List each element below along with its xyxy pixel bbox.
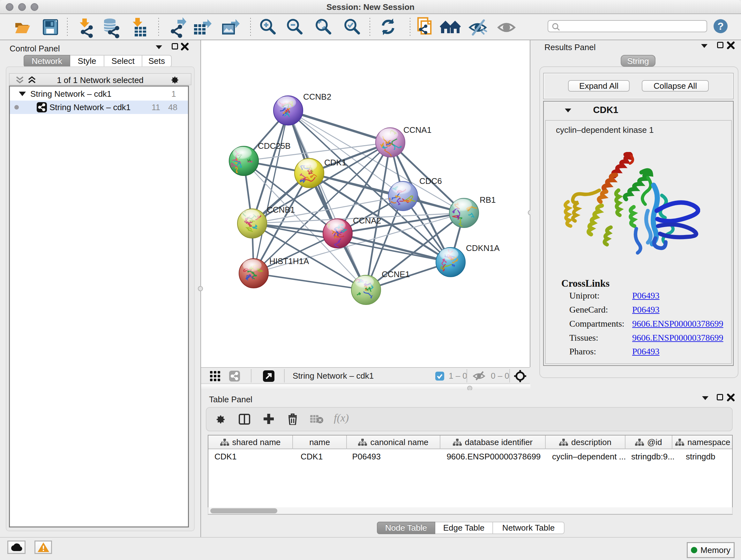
svg-text:CCNA2: CCNA2 — [353, 216, 381, 226]
svg-text:CDC6: CDC6 — [419, 176, 442, 186]
svg-text:CCNB1: CCNB1 — [267, 205, 295, 214]
svg-text:CDKN1A: CDKN1A — [466, 243, 500, 253]
svg-text:?: ? — [718, 20, 724, 32]
svg-text:CCNE1: CCNE1 — [382, 269, 410, 279]
svg-text:CCNB2: CCNB2 — [303, 92, 331, 102]
svg-text:RB1: RB1 — [480, 195, 496, 205]
svg-text:CDC25B: CDC25B — [258, 141, 291, 151]
svg-text:HIST1H1A: HIST1H1A — [269, 256, 309, 266]
svg-text:CDK1: CDK1 — [324, 158, 346, 167]
svg-text:CCNA1: CCNA1 — [403, 125, 431, 135]
